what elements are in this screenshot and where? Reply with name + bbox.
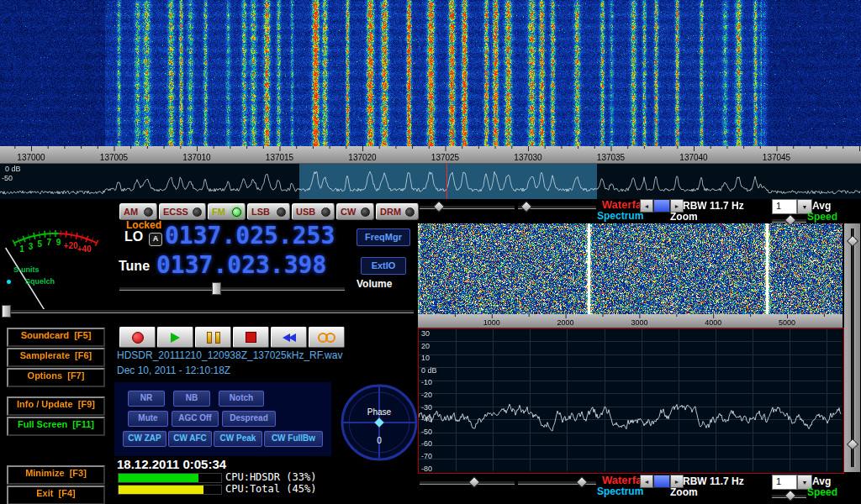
stop-button[interactable] [233,327,269,348]
pause-button[interactable] [195,327,231,348]
sidebar-button-options[interactable]: Options [F7] [7,368,105,387]
spectrum-tab[interactable]: Spectrum [597,486,643,497]
contrast-slider-thumb[interactable] [576,476,588,488]
s-meter-arc [14,234,59,243]
spectrum-tab[interactable]: Spectrum [597,210,643,222]
zoom-left-arrow[interactable]: ◄ [640,475,653,488]
dsp-button-despread[interactable]: Despread [222,411,276,427]
mode-led-icon [193,207,202,217]
phase-label: Phase [367,407,392,417]
cpu-total-bar [118,485,222,495]
sidebar-button-info-update[interactable]: Info / Update [F9] [7,396,105,416]
contrast-slider-track[interactable] [851,228,855,467]
rx-db-scale-label: -30 [421,403,432,412]
dsp-panel: NRNBNotchMuteAGC OffDespreadCW ZAPCW AFC… [114,382,331,456]
avg-label: Avg [812,475,831,487]
squelch-slider-thumb[interactable] [2,305,11,318]
mode-led-icon [405,207,415,217]
dsp-button-agc-off[interactable]: AGC Off [172,411,219,427]
mode-button-cw[interactable]: CW [336,203,374,220]
mode-button-lsb[interactable]: LSB [247,203,290,220]
rx-spectrum-display[interactable]: 3020100 dB-10-20-30-40-50-60-70-80 [418,328,844,474]
contrast-slider-thumb[interactable] [520,201,532,213]
cpu-hdsdr-bar-fill [119,474,198,482]
dsp-button-cw-fullbw[interactable]: CW FullBw [264,431,323,447]
s-meter-scale-number: 1 [19,244,24,254]
speed-label: Speed [807,486,837,498]
rbw-label: RBW 11.7 Hz [683,475,744,487]
rx-db-scale-label: 0 dB [421,366,437,375]
mode-led-icon [361,207,370,217]
offset-slider-thumb[interactable] [847,438,858,450]
sidebar-button-fullscreen[interactable]: Full Screen [F11] [7,417,105,436]
transport-controls [119,327,345,348]
loop-icon [325,333,335,343]
dsp-button-notch[interactable]: Notch [219,391,264,407]
main-frequency-ruler[interactable] [0,146,861,164]
speed-label: Speed [807,211,837,223]
brightness-slider-thumb[interactable] [433,201,445,213]
dsp-button-mute[interactable]: Mute [128,411,168,427]
s-meter-dial: 13579+20+40 [2,202,116,312]
hdsdr-app-window: 0 dB -50 13579+20+40 S-units Squelch AME… [0,0,861,504]
s-meter-scale-number: 7 [47,238,52,247]
freqmgr-button[interactable]: FreqMgr [357,228,410,246]
cpu-total-text: CPU:Total (45%) [225,483,316,495]
squelch-label[interactable]: Squelch [25,277,55,286]
loop-button[interactable] [309,327,345,348]
lo-frequency-display[interactable]: 0137.025.253 [165,222,335,249]
dsp-button-cw-peak[interactable]: CW Peak [214,431,262,447]
mode-button-row: AMECSSFMLSBUSBCWDRM [119,203,419,220]
rx-db-scale-label: -80 [421,465,432,473]
s-meter-tick [34,233,35,239]
current-datetime: 18.12.2011 0:05:34 [117,457,226,471]
dsp-button-nb[interactable]: NB [173,391,210,407]
phase-value: 0 [377,436,382,445]
zoom-scroll-thumb[interactable] [653,199,670,213]
zoom-left-arrow[interactable]: ◄ [640,199,653,213]
cpu-hdsdr-bar [118,473,222,483]
lo-lock-badge[interactable]: A [149,233,162,246]
play-button[interactable] [157,327,193,348]
sidebar-button-exit[interactable]: Exit [F4] [7,486,105,504]
sidebar-button-minimize[interactable]: Minimize [F3] [7,465,105,485]
dsp-button-nr[interactable]: NR [128,391,165,407]
s-units-label: S-units [13,265,40,274]
zoom-scroll-thumb[interactable] [653,475,670,488]
record-button[interactable] [119,327,156,348]
brightness-slider-track[interactable] [420,480,515,485]
mode-button-ecss[interactable]: ECSS [159,203,206,220]
main-spectrum-display[interactable]: 0 dB -50 [0,164,861,199]
rx-frequency-ruler[interactable] [418,314,843,328]
extio-button[interactable]: ExtIO [361,257,406,275]
volume-slider-thumb[interactable] [212,282,221,295]
avg-dropdown[interactable]: 1▼ [772,199,812,214]
sidebar-button-samplerate[interactable]: Samplerate [F6] [7,348,105,367]
rx-db-scale-label: 20 [421,342,430,350]
mode-button-usb[interactable]: USB [292,203,335,220]
brightness-slider-thumb[interactable] [468,476,480,488]
dsp-button-cw-afc[interactable]: CW AFC [168,431,212,447]
tune-frequency-display[interactable]: 0137.023.398 [156,251,326,279]
dsp-button-cw-zap[interactable]: CW ZAP [123,431,166,447]
volume-slider[interactable] [119,286,345,291]
mode-button-label: USB [296,207,315,217]
mode-button-label: AM [124,207,138,217]
mode-button-drm[interactable]: DRM [376,203,419,220]
rx-db-scale-label: 10 [421,354,430,362]
rx-waterfall-display[interactable] [418,223,843,314]
avg-dropdown[interactable]: 1▼ [772,475,812,490]
contrast-slider-thumb[interactable] [847,235,858,247]
speed-slider-thumb[interactable] [784,490,796,501]
mode-button-fm[interactable]: FM [208,203,246,220]
main-waterfall-display[interactable] [0,0,861,146]
squelch-slider[interactable] [2,309,414,313]
main-spectrum-db-top-label: 0 dB [5,165,21,173]
mode-led-icon [144,207,153,217]
mode-button-label: LSB [251,207,270,217]
s-meter-scale-number: +40 [77,244,92,254]
mode-button-am[interactable]: AM [119,203,157,220]
rewind-button[interactable] [271,327,307,348]
cpu-hdsdr-text: CPU:HDSDR (33%) [225,471,316,483]
sidebar-button-soundcard[interactable]: Soundcard [F5] [7,328,105,347]
